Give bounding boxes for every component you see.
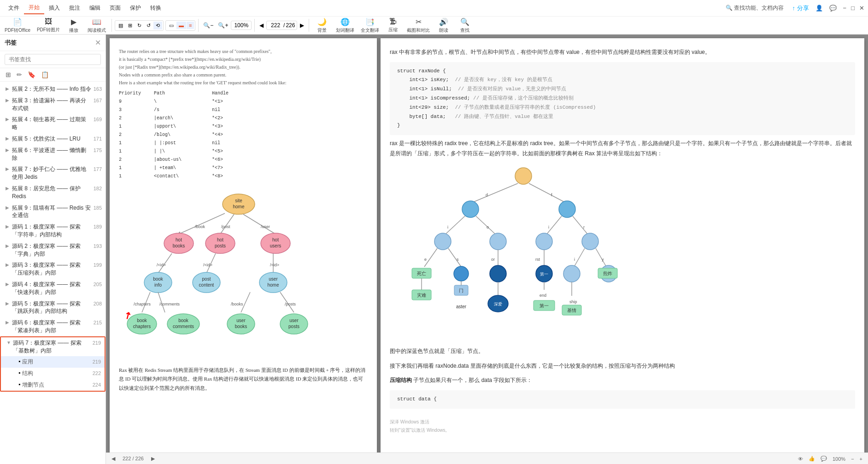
- zoom-decrease-status-btn[interactable]: −: [851, 456, 854, 462]
- toc-sub-item-15a[interactable]: ▪ 应用 219: [1, 356, 105, 368]
- screenshot-btn[interactable]: ✂ 截图和对比: [404, 17, 433, 35]
- tab-start[interactable]: 开始: [24, 2, 44, 14]
- zoom-in-btn[interactable]: 🔍+: [216, 21, 230, 29]
- svg-text:f: f: [551, 193, 552, 197]
- compress-icon: 🗜: [389, 18, 397, 26]
- compressed-struct-block: struct data {: [390, 390, 855, 409]
- sidebar-tool-edit-icon[interactable]: ✏: [16, 70, 23, 79]
- toc-item-2[interactable]: ▶ 拓展 3：拾遗漏补 —— 再谈分布式锁 167: [0, 95, 106, 114]
- comment-count-icon[interactable]: 💬: [821, 456, 827, 462]
- toc-item-5[interactable]: ▶ 拓展 6：平波逐进 —— 懒惰删除 175: [0, 145, 106, 164]
- route-row-1: 9 \ *<1>: [119, 98, 368, 106]
- find-btn[interactable]: 🔍 查找: [455, 17, 475, 35]
- toc-item-6[interactable]: ▶ 拓展 7：妙手仁心 —— 优雅地使用 Jedis 177: [0, 164, 106, 183]
- tab-page[interactable]: 页面: [105, 2, 125, 14]
- toc-arrow-1: ▶: [6, 86, 10, 91]
- user-icon[interactable]: 👤: [815, 5, 823, 12]
- toc-item-4[interactable]: ▶ 拓展 5：优胜劣汰 —— LRU 171: [0, 133, 106, 145]
- sidebar-tool-add-icon[interactable]: ⊞: [5, 70, 12, 79]
- pdf-page-left: The router relies on a tree structure wh…: [110, 38, 377, 461]
- pdf-to-image-btn[interactable]: 🖼 PDF转图片: [34, 17, 63, 34]
- toc-sub-item-15c[interactable]: ▪ 增删节点 224: [1, 379, 105, 391]
- tab-insert[interactable]: 插入: [44, 2, 65, 14]
- rotate-text-btn[interactable]: ⟲: [153, 22, 162, 29]
- toc-item-15[interactable]: ▼ 源码 7：极度深寒 —— 探索「基数树」内部 219: [1, 337, 105, 357]
- find-label: 查找: [460, 27, 469, 34]
- rotate-btn[interactable]: ↻: [135, 22, 144, 29]
- translate-full-icon: 📑: [365, 18, 375, 26]
- tab-convert[interactable]: 转换: [146, 2, 166, 14]
- svg-text:i: i: [548, 225, 549, 229]
- sidebar-tool-delete-icon[interactable]: 🔖: [27, 70, 36, 79]
- toc-item-1[interactable]: ▶ 拓展 2：无所不知 —— Info 指令 163: [0, 83, 106, 95]
- search-bar[interactable]: 🔍 查找功能、文档内容: [726, 4, 784, 12]
- pdf-to-office-btn[interactable]: 📄 PDF转Office: [2, 17, 33, 35]
- layout-double-btn[interactable]: ▬: [176, 22, 186, 29]
- message-icon[interactable]: 💬: [829, 5, 837, 12]
- zoom-out-btn[interactable]: 🔍−: [201, 21, 215, 29]
- next-page-btn[interactable]: ▶: [298, 21, 306, 29]
- next-page-status-btn[interactable]: ▶: [151, 456, 155, 462]
- translate-word-btn[interactable]: 🌐 划词翻译: [333, 17, 357, 35]
- close-icon[interactable]: ✕: [859, 5, 864, 12]
- svg-text:煎炸: 煎炸: [603, 271, 612, 276]
- single-page-btn[interactable]: ▤: [116, 22, 125, 29]
- translate-full-btn[interactable]: 📑 全文翻译: [358, 17, 382, 35]
- sidebar-header: 书签 ✕: [0, 35, 106, 51]
- toc-item-10[interactable]: ▶ 源码 2：极度深寒 —— 探索「字典」内部 193: [0, 241, 106, 260]
- maximize-icon[interactable]: □: [851, 5, 855, 12]
- prev-page-btn[interactable]: ◀: [258, 21, 265, 29]
- sidebar-search-input[interactable]: [5, 54, 101, 65]
- play-btn[interactable]: ▶ 播放: [64, 17, 84, 35]
- handle-9: *<7>: [212, 165, 223, 170]
- toc-item-7[interactable]: ▶ 拓展 8：居安思危 —— 保护 Redis 182: [0, 183, 106, 202]
- read-mode-icon: 📖: [92, 18, 101, 26]
- read-mode-btn[interactable]: 📖 阅读模式: [85, 17, 109, 35]
- svg-text:i: i: [574, 257, 575, 262]
- background-btn[interactable]: 🌙 背景: [312, 17, 332, 35]
- share-button[interactable]: ↑ 分享: [792, 4, 809, 12]
- tab-file[interactable]: 文件: [4, 2, 24, 14]
- divider2: [198, 19, 199, 32]
- page-input[interactable]: [269, 22, 282, 29]
- svg-line-62: [476, 216, 496, 235]
- layout-single-btn[interactable]: ▭: [167, 22, 176, 29]
- compress-btn[interactable]: 🗜 压缩: [383, 17, 403, 34]
- tab-edit[interactable]: 编辑: [85, 2, 105, 14]
- fit-page-btn[interactable]: ⊞: [126, 22, 135, 29]
- layout-scroll-btn[interactable]: ≡: [187, 22, 194, 29]
- struct-line-1: struct raxNode {: [397, 67, 848, 76]
- prev-page-status-btn[interactable]: ◀: [111, 456, 115, 462]
- thumbs-up-icon[interactable]: 👍: [809, 456, 815, 462]
- rotate2-btn[interactable]: ↺: [144, 22, 153, 29]
- compressed-desc: 图中的深蓝色节点就是「压缩」节点。: [390, 347, 855, 357]
- tab-protect[interactable]: 保护: [125, 2, 146, 14]
- toc-text-14: 源码 6：极度深寒 —— 探索「紧凑列表」内部: [12, 319, 92, 335]
- toc-sub-item-15b[interactable]: ▪ 结构 222: [1, 368, 105, 379]
- toc-item-3[interactable]: ▶ 拓展 4：朝生暮死 —— 过期策略 169: [0, 114, 106, 133]
- svg-line-88: [596, 248, 606, 267]
- svg-text:深爱: 深爱: [494, 302, 502, 306]
- toc-item-14[interactable]: ▶ 源码 6：极度深寒 —— 探索「紧凑列表」内部 215: [0, 317, 106, 336]
- svg-text:content: content: [199, 282, 214, 288]
- toc-item-9[interactable]: ▶ 源码 1：极度深寒 —— 探索「字符串」内部结构 189: [0, 221, 106, 241]
- sidebar-tool-expand-icon[interactable]: 📋: [40, 70, 50, 79]
- priority-2: 3: [119, 106, 151, 114]
- svg-line-68: [573, 216, 588, 235]
- toc-item-11[interactable]: ▶ 源码 3：极度深寒 —— 探索「压缩列表」内部 199: [0, 259, 106, 279]
- toc-text-6: 拓展 7：妙手仁心 —— 优雅地使用 Jedis: [12, 165, 92, 181]
- svg-text:/<id>: /<id>: [270, 263, 279, 267]
- sidebar-close-btn[interactable]: ✕: [95, 38, 101, 47]
- toc-item-8[interactable]: ▶ 拓展 9：阻墙有耳 —— Redis 安全通信 185: [0, 202, 106, 222]
- pdf-to-image-label: PDF转图片: [37, 27, 60, 33]
- toc-item-12[interactable]: ▶ 源码 4：极度深寒 —— 探索「快速列表」内部 205: [0, 279, 106, 298]
- tab-annotate[interactable]: 批注: [65, 2, 85, 14]
- zoom-increase-status-btn[interactable]: +: [860, 456, 862, 462]
- toc-text-15c: 增删节点: [22, 381, 90, 389]
- minimize-icon[interactable]: −: [843, 5, 847, 12]
- divider1: [111, 19, 112, 32]
- read-btn[interactable]: 🔊 朗读: [434, 17, 454, 35]
- toc-item-13[interactable]: ▶ 源码 5：极度深寒 —— 探索「跳跃列表」内部结构 208: [0, 298, 106, 317]
- zoom-level[interactable]: 100%: [231, 21, 252, 30]
- svg-text:books: books: [235, 324, 247, 329]
